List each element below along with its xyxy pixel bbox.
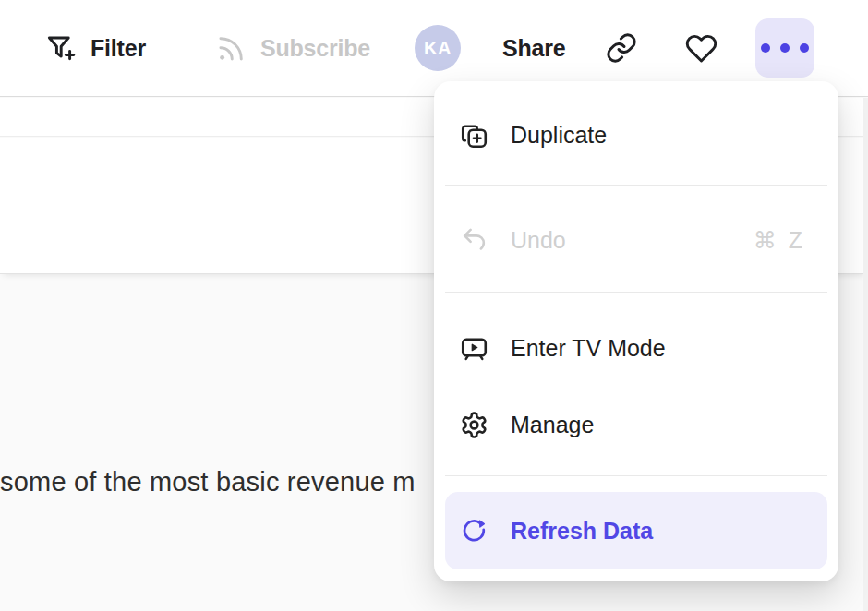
context-menu: Duplicate Undo ⌘ Z Enter TV Mode [434,81,838,581]
menu-divider [445,185,827,186]
rss-icon [214,31,248,66]
menu-item-undo[interactable]: Undo ⌘ Z [445,214,827,266]
filter-plus-icon [44,31,78,66]
more-options-button[interactable] [755,18,814,78]
menu-divider [445,292,827,293]
menu-item-label: Refresh Data [511,518,805,545]
duplicate-icon [460,121,488,150]
share-button[interactable]: Share [502,35,565,62]
page-right-edge [863,98,868,611]
menu-divider [445,475,827,476]
menu-item-enter-tv-mode[interactable]: Enter TV Mode [445,322,827,374]
keyboard-shortcut: ⌘ Z [753,227,805,254]
filter-button[interactable]: Filter [44,31,146,66]
subscribe-button[interactable]: Subscribe [214,31,370,66]
undo-icon [460,226,488,255]
tv-mode-icon [460,334,488,363]
menu-item-duplicate[interactable]: Duplicate [445,109,827,161]
gear-icon [460,411,488,439]
heart-icon [685,32,717,65]
filter-label: Filter [90,35,146,62]
copy-link-button[interactable] [605,31,638,65]
share-label: Share [502,35,565,62]
subscribe-label: Subscribe [260,35,370,62]
menu-item-label: Enter TV Mode [511,335,805,362]
menu-item-manage[interactable]: Manage [445,399,827,450]
menu-item-label: Undo [511,227,731,254]
menu-item-refresh-data[interactable]: Refresh Data [445,492,827,569]
avatar[interactable]: KA [415,25,461,71]
link-icon [605,31,638,65]
menu-item-label: Manage [511,412,805,438]
refresh-icon [460,517,488,545]
favorite-button[interactable] [685,32,717,65]
menu-item-label: Duplicate [511,122,805,149]
avatar-initials: KA [424,38,452,59]
ellipsis-icon [761,43,770,53]
